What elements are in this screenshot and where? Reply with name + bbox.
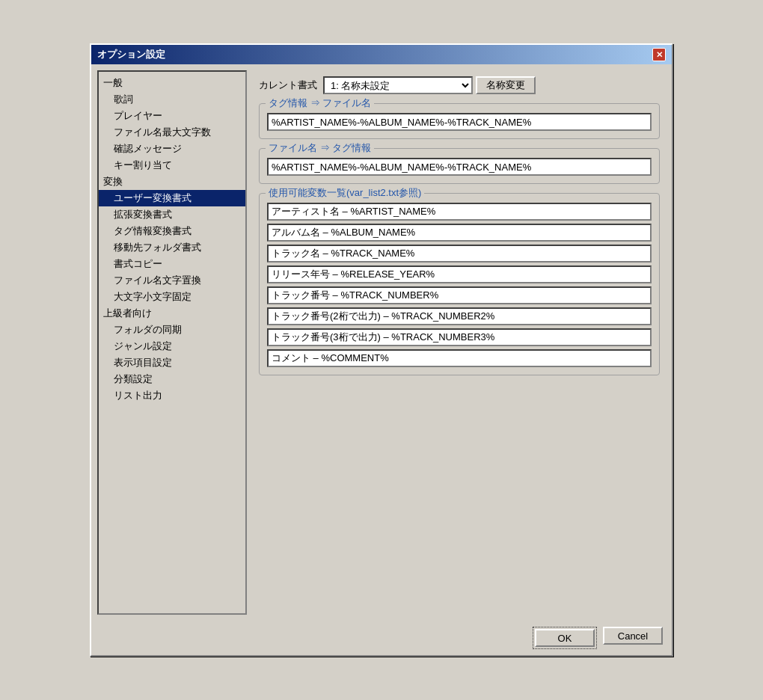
- current-format-row: カレント書式 1: 名称未設定 名称変更: [259, 76, 660, 94]
- sidebar-item[interactable]: 変換: [99, 174, 245, 190]
- list-item: トラック番号(2桁で出力) – %TRACK_NUMBER2%: [267, 307, 652, 325]
- dropdown-wrapper: 1: 名称未設定 名称変更: [323, 76, 536, 94]
- variables-label: 使用可能変数一覧(var_list2.txt参照): [266, 186, 424, 200]
- sidebar-item[interactable]: フォルダの同期: [99, 322, 245, 338]
- ok-btn-container: OK: [533, 627, 597, 649]
- file-to-tag-label: ファイル名 ⇒ タグ情報: [266, 141, 374, 155]
- file-to-tag-section: ファイル名 ⇒ タグ情報: [259, 148, 660, 184]
- sidebar: 一般歌詞プレイヤーファイル名最大文字数確認メッセージキー割り当て変換ユーザー変換…: [97, 70, 247, 615]
- sidebar-item[interactable]: 歌詞: [99, 91, 245, 108]
- close-button[interactable]: ✕: [652, 48, 666, 61]
- sidebar-item[interactable]: ファイル名最大文字数: [99, 124, 245, 141]
- window-title: オプション設定: [97, 48, 652, 61]
- sidebar-item[interactable]: ジャンル設定: [99, 338, 245, 354]
- window-body: 一般歌詞プレイヤーファイル名最大文字数確認メッセージキー割り当て変換ユーザー変換…: [91, 64, 672, 621]
- sidebar-item[interactable]: 一般: [99, 75, 245, 91]
- sidebar-item[interactable]: キー割り当て: [99, 157, 245, 174]
- tag-to-file-section: タグ情報 ⇒ ファイル名: [259, 103, 660, 139]
- cancel-button[interactable]: Cancel: [603, 627, 663, 645]
- sidebar-item[interactable]: ファイル名文字置換: [99, 272, 245, 289]
- sidebar-item[interactable]: プレイヤー: [99, 108, 245, 124]
- sidebar-item[interactable]: タグ情報変換書式: [99, 223, 245, 239]
- sidebar-item[interactable]: 確認メッセージ: [99, 141, 245, 157]
- sidebar-item[interactable]: 上級者向け: [99, 305, 245, 322]
- current-format-label: カレント書式: [259, 79, 317, 92]
- list-item: アルバム名 – %ALBUM_NAME%: [267, 224, 652, 242]
- sidebar-item[interactable]: リスト出力: [99, 387, 245, 404]
- ok-button[interactable]: OK: [535, 629, 595, 647]
- file-to-tag-input[interactable]: [267, 158, 652, 176]
- list-item: トラック番号(3桁で出力) – %TRACK_NUMBER3%: [267, 328, 652, 346]
- sidebar-item[interactable]: 移動先フォルダ書式: [99, 239, 245, 256]
- sidebar-item[interactable]: 分類設定: [99, 371, 245, 387]
- tag-to-file-input[interactable]: [267, 113, 652, 131]
- main-content: カレント書式 1: 名称未設定 名称変更 タグ情報 ⇒ ファイル名 ファイル名 …: [253, 70, 666, 615]
- variables-section: 使用可能変数一覧(var_list2.txt参照) アーティスト名 – %ART…: [259, 193, 660, 375]
- sidebar-item[interactable]: 大文字小文字固定: [99, 289, 245, 305]
- list-item: トラック名 – %TRACK_NAME%: [267, 245, 652, 262]
- main-window: オプション設定 ✕ 一般歌詞プレイヤーファイル名最大文字数確認メッセージキー割り…: [90, 43, 673, 657]
- footer: OK Cancel: [91, 621, 672, 655]
- title-bar: オプション設定 ✕: [91, 45, 672, 64]
- list-item: コメント – %COMMENT%: [267, 349, 652, 367]
- current-format-select[interactable]: 1: 名称未設定: [323, 76, 473, 94]
- sidebar-item[interactable]: 表示項目設定: [99, 354, 245, 371]
- sidebar-item[interactable]: 拡張変換書式: [99, 206, 245, 223]
- rename-button[interactable]: 名称変更: [476, 76, 536, 94]
- list-item: トラック番号 – %TRACK_NUMBER%: [267, 286, 652, 304]
- sidebar-item[interactable]: 書式コピー: [99, 256, 245, 272]
- tag-to-file-label: タグ情報 ⇒ ファイル名: [266, 96, 374, 110]
- variable-list: アーティスト名 – %ARTIST_NAME%アルバム名 – %ALBUM_NA…: [267, 203, 652, 367]
- list-item: アーティスト名 – %ARTIST_NAME%: [267, 203, 652, 221]
- sidebar-item[interactable]: ユーザー変換書式: [99, 190, 245, 206]
- list-item: リリース年号 – %RELEASE_YEAR%: [267, 265, 652, 283]
